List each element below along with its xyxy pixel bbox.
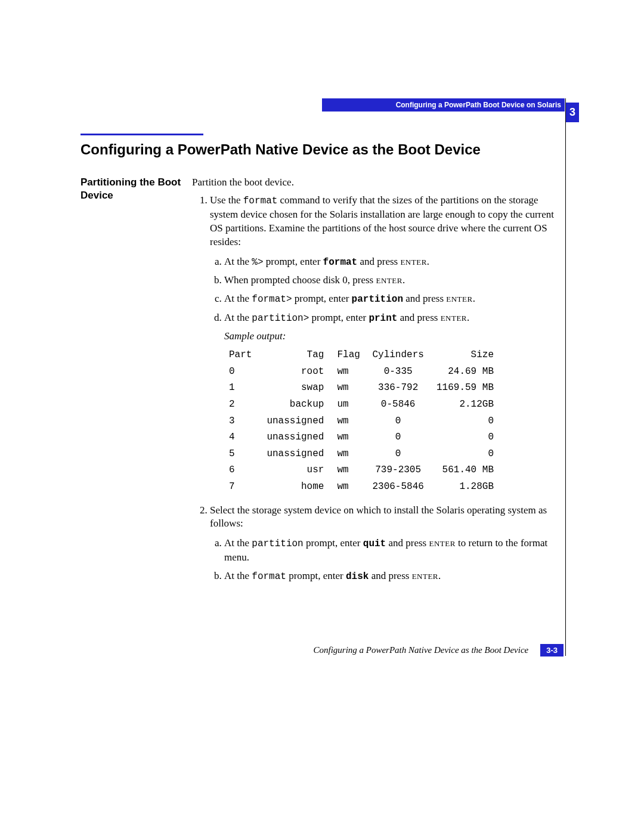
step1-text-a: Use the [210, 194, 243, 206]
step2-substeps: At the partition prompt, enter quit and … [210, 537, 565, 583]
running-header: Configuring a PowerPath Boot Device on S… [322, 98, 565, 112]
page: Configuring a PowerPath Boot Device on S… [0, 0, 644, 833]
step2b: At the format prompt, enter disk and pre… [224, 569, 565, 584]
step1a: At the %> prompt, enter format and press… [224, 255, 565, 270]
step2-text: Select the storage system device on whic… [210, 504, 547, 529]
step2a: At the partition prompt, enter quit and … [224, 537, 565, 565]
sample-output-label: Sample output: [224, 330, 565, 343]
step-2: Select the storage system device on whic… [210, 504, 565, 584]
intro-text: Partition the boot device. [192, 176, 565, 189]
page-footer: Configuring a PowerPath Native Device as… [80, 644, 564, 657]
step1d: At the partition> prompt, enter print an… [224, 311, 565, 326]
cmd-format: format [243, 196, 278, 206]
subsection-heading: Partitioning the Boot Device [80, 176, 192, 202]
step1b: When prompted choose disk 0, press ENTER… [224, 274, 565, 287]
footer-title: Configuring a PowerPath Native Device as… [313, 645, 528, 655]
content-area: Configuring a PowerPath Native Device as… [80, 134, 565, 592]
table-row: 3 unassigned wm 0 0 [224, 413, 499, 430]
partition-table: Part Tag Flag Cylinders Size 0 root wm 0… [224, 347, 499, 495]
page-number: 3-3 [540, 644, 564, 657]
step1-substeps: At the %> prompt, enter format and press… [210, 255, 565, 326]
two-column-layout: Partitioning the Boot Device Partition t… [80, 176, 565, 592]
vertical-rule [565, 98, 566, 656]
table-row: 7 home wm 2306-5846 1.28GB [224, 479, 499, 496]
table-row: 2 backup um 0-5846 2.12GB [224, 397, 499, 413]
step-1: Use the format command to verify that th… [210, 194, 565, 495]
section-rule [80, 134, 203, 135]
running-header-text: Configuring a PowerPath Boot Device on S… [396, 101, 561, 109]
chapter-number: 3 [569, 106, 575, 118]
table-row: 6 usr wm 739-2305 561.40 MB [224, 462, 499, 479]
step1c: At the format> prompt, enter partition a… [224, 292, 565, 306]
table-row: 5 unassigned wm 0 0 [224, 446, 499, 463]
table-row: Part Tag Flag Cylinders Size [224, 347, 499, 364]
chapter-tab: 3 [566, 103, 579, 122]
section-title: Configuring a PowerPath Native Device as… [80, 141, 565, 158]
body-column: Partition the boot device. Use the forma… [192, 176, 565, 592]
ordered-steps: Use the format command to verify that th… [192, 194, 565, 583]
table-row: 4 unassigned wm 0 0 [224, 429, 499, 446]
table-row: 1 swap wm 336-792 1169.59 MB [224, 380, 499, 397]
table-row: 0 root wm 0-335 24.69 MB [224, 364, 499, 380]
